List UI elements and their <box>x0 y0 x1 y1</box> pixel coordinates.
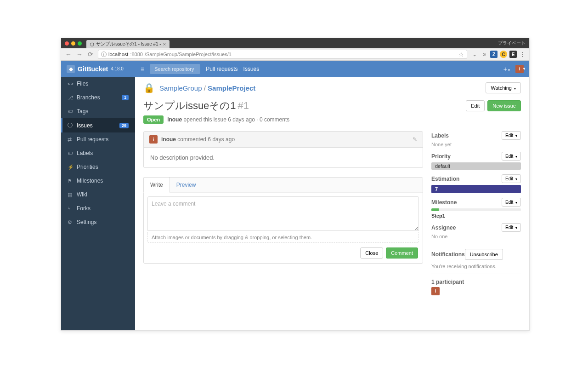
nav-issues[interactable]: Issues <box>243 66 260 72</box>
code-icon: <> <box>68 81 73 86</box>
sidebar-item-branches[interactable]: ⎇Branches1 <box>61 91 135 104</box>
milestone-value[interactable]: Step1 <box>431 213 521 218</box>
close-window-icon[interactable] <box>65 41 69 46</box>
url-host: localhost <box>108 52 128 57</box>
close-button[interactable]: Close <box>360 247 383 259</box>
brand[interactable]: ◆ GitBucket 4.18.0 <box>61 65 135 73</box>
status-badge: Open <box>143 115 164 124</box>
breadcrumb-group[interactable]: SampleGroup <box>159 84 202 92</box>
pr-icon: ⇄ <box>68 137 73 143</box>
comment-time: commented 6 days ago <box>177 136 235 143</box>
estimation-heading: Estimation <box>431 176 459 182</box>
estimation-value: 7 <box>431 185 521 193</box>
sidebar-item-forks[interactable]: ⑂Forks <box>61 201 135 215</box>
notifications-text: You're receiving notifications. <box>431 262 521 269</box>
labels-edit-button[interactable]: Edit ▾ <box>502 131 521 140</box>
sidebar-item-label: Pull requests <box>77 136 108 143</box>
close-tab-icon[interactable]: × <box>163 41 166 47</box>
comment: i inoue commented 6 days ago ✎ No descri… <box>143 131 423 168</box>
maximize-window-icon[interactable] <box>78 41 82 46</box>
issue-number: #1 <box>238 100 249 112</box>
site-info-icon[interactable]: i <box>101 52 107 57</box>
brand-version: 4.18.0 <box>111 66 124 71</box>
sidebar-item-issues[interactable]: ⓘIssues29 <box>61 118 135 132</box>
comment-author[interactable]: inoue <box>161 136 176 143</box>
extension-z-icon[interactable]: Z <box>490 51 498 58</box>
extension-e-icon[interactable]: E <box>509 51 517 58</box>
new-issue-button[interactable]: New issue <box>487 100 521 111</box>
fork-icon: ⑂ <box>68 206 73 211</box>
nav-pull-requests[interactable]: Pull requests <box>206 66 237 72</box>
comment-editor: Write Preview Attach images or documents… <box>143 177 423 264</box>
write-tab[interactable]: Write <box>143 177 170 193</box>
comment-button[interactable]: Comment <box>386 247 418 259</box>
labels-heading: Labels <box>431 132 449 139</box>
milestone-progress <box>431 208 521 211</box>
lock-icon: 🔒 <box>143 82 155 93</box>
branch-icon: ⎇ <box>68 95 73 101</box>
browser-tab-bar: ⬡ サンプルissueその1 - Issue #1 - × プライベート <box>61 38 529 48</box>
count-badge: 1 <box>122 95 129 100</box>
edit-button[interactable]: Edit <box>466 100 485 111</box>
browser-tab[interactable]: ⬡ サンプルissueその1 - Issue #1 - × <box>86 40 170 48</box>
sidebar-item-settings[interactable]: ⚙Settings <box>61 215 135 229</box>
milestone-icon: ⚑ <box>68 178 73 184</box>
minimize-window-icon[interactable] <box>71 41 75 46</box>
watching-button[interactable]: Watching ▾ <box>486 82 521 93</box>
menu-toggle-icon[interactable]: ≡ <box>141 65 144 73</box>
comment-textarea[interactable] <box>147 196 419 231</box>
window-controls <box>65 41 82 46</box>
milestone-heading: Milestone <box>431 199 457 206</box>
url-input[interactable]: i localhost:8080/SampleGroup/SampleProje… <box>98 50 467 59</box>
sidebar-item-label: Settings <box>77 219 96 225</box>
attach-hint[interactable]: Attach images or documents by dragging &… <box>147 232 419 243</box>
create-new-button[interactable]: +▾ <box>503 65 510 73</box>
sidebar-item-tags[interactable]: 🏷Tags <box>61 104 135 118</box>
estimation-edit-button[interactable]: Edit ▾ <box>502 174 521 183</box>
sidebar-item-pull-requests[interactable]: ⇄Pull requests <box>61 132 135 146</box>
avatar[interactable]: i <box>149 135 158 144</box>
sidebar-item-labels[interactable]: 🏷Labels <box>61 146 135 160</box>
search-input[interactable] <box>150 64 200 74</box>
assignee-none: No one <box>431 234 521 239</box>
browser-address-bar: ← → ⟳ i localhost:8080/SampleGroup/Sampl… <box>61 48 529 61</box>
issue-author[interactable]: inoue <box>167 116 182 123</box>
sidebar-item-milestones[interactable]: ⚑Milestones <box>61 174 135 188</box>
forward-button[interactable]: → <box>76 51 83 58</box>
bookmark-icon[interactable]: ☆ <box>458 51 464 58</box>
reload-button[interactable]: ⟳ <box>87 51 94 58</box>
extension-icons: ⌄ ⦸ Z C E ⋮ <box>471 51 526 58</box>
sidebar-item-label: Files <box>77 80 88 87</box>
unsubscribe-button[interactable]: Unsubscribe <box>465 249 503 260</box>
edit-icon[interactable]: ✎ <box>413 136 417 143</box>
pocket-icon[interactable]: ⌄ <box>471 51 478 58</box>
back-button[interactable]: ← <box>65 51 72 58</box>
sidebar-item-files[interactable]: <>Files <box>61 77 135 91</box>
preview-tab[interactable]: Preview <box>170 178 203 192</box>
participant-avatar[interactable]: i <box>431 287 440 295</box>
user-avatar[interactable]: i▾ <box>515 65 524 73</box>
sidebar-item-wiki[interactable]: ▤Wiki <box>61 188 135 201</box>
sidebar-item-label: Forks <box>77 205 90 212</box>
participants-heading: 1 participant <box>431 279 464 285</box>
tab-favicon-icon: ⬡ <box>90 42 94 47</box>
adblock-icon[interactable]: ⦸ <box>481 51 488 58</box>
breadcrumb: SampleGroup / SampleProject <box>159 84 255 92</box>
sidebar-item-label: Branches <box>77 94 100 101</box>
milestone-edit-button[interactable]: Edit ▾ <box>502 198 521 207</box>
breadcrumb-project[interactable]: SampleProject <box>208 84 255 92</box>
issue-meta-text: opened this issue 6 days ago · 0 comment… <box>183 116 289 123</box>
tag-icon: 🏷 <box>68 109 73 114</box>
tab-title: サンプルissueその1 - Issue #1 - <box>96 41 161 47</box>
issue-icon: ⓘ <box>68 122 73 129</box>
assignee-edit-button[interactable]: Edit ▾ <box>502 223 521 232</box>
browser-menu-icon[interactable]: ⋮ <box>519 51 526 58</box>
priority-edit-button[interactable]: Edit ▾ <box>502 152 521 161</box>
app-header: ◆ GitBucket 4.18.0 ≡ Pull requests Issue… <box>61 61 529 77</box>
notifications-heading: Notifications <box>431 251 465 258</box>
sidebar-item-label: Milestones <box>77 178 103 184</box>
sidebar-item-priorities[interactable]: ⚡Priorities <box>61 160 135 174</box>
main-content: 🔒 SampleGroup / SampleProject Watching ▾… <box>135 77 529 330</box>
url-port: :8080 <box>130 52 143 57</box>
extension-c-icon[interactable]: C <box>500 51 507 58</box>
